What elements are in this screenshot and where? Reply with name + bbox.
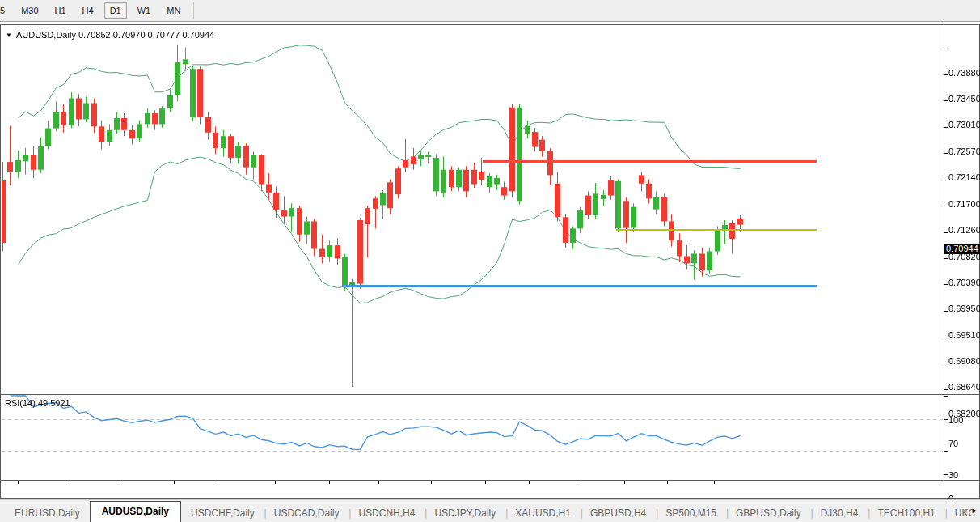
price-axis-label: 0.71260 [948, 225, 980, 235]
chart-title: ▼ AUDUSD,Daily 0.70852 0.70970 0.70777 0… [6, 30, 214, 40]
rsi-axis-label: 100 [948, 415, 963, 425]
tab-gbpusd-daily[interactable]: GBPUSD,Daily [726, 504, 811, 522]
price-axis-label: 0.73880 [948, 68, 980, 78]
tab-scroll-left-icon[interactable]: ◂ [962, 503, 967, 516]
tab-sp500-m15[interactable]: SP500,M15 [656, 504, 726, 522]
chart-window: ▼ AUDUSD,Daily 0.70852 0.70970 0.70777 0… [0, 24, 980, 499]
chart-dropdown-icon[interactable]: ▼ [6, 32, 12, 39]
tab-usdcad-daily[interactable]: USDCAD,Daily [264, 504, 349, 522]
rsi-axis-label: 70 [948, 439, 958, 448]
price-axis-label: 0.71700 [948, 199, 980, 209]
chart-canvas[interactable] [0, 24, 980, 499]
price-axis-label: 0.72140 [948, 172, 980, 182]
tab-usdcnh-h4[interactable]: USDCNH,H4 [348, 504, 425, 522]
chart-title-text: AUDUSD,Daily 0.70852 0.70970 0.70777 0.7… [16, 30, 214, 40]
tab-audusd-daily[interactable]: AUDUSD,Daily [90, 501, 181, 522]
tab-xauusd-h1[interactable]: XAUUSD,H1 [505, 504, 581, 522]
timeframe-button-D1[interactable]: D1 [104, 2, 127, 19]
price-axis-label: 0.68640 [948, 382, 980, 392]
rsi-indicator-label: RSI(14) 49.5921 [5, 398, 70, 408]
price-axis-label: 0.72570 [948, 146, 980, 156]
price-axis-label: 0.69510 [948, 330, 980, 340]
tab-gbpusd-h4[interactable]: GBPUSD,H4 [581, 504, 656, 522]
timeframe-button-W1[interactable]: W1 [132, 2, 157, 19]
tab-dj30-h4[interactable]: DJ30,H4 [811, 504, 868, 522]
tab-scroll-arrows: ◂ ▸ [962, 503, 977, 516]
tab-usdjpy-daily[interactable]: USDJPY,Daily [425, 504, 505, 522]
price-axis-label: 0.73010 [948, 120, 980, 129]
tab-scroll-right-icon[interactable]: ▸ [972, 503, 977, 516]
tab-tech100-h1[interactable]: TECH100,H1 [868, 504, 944, 522]
tab-eurusd-daily[interactable]: EURUSD,Daily [5, 504, 90, 522]
price-axis-label: 0.70390 [948, 278, 980, 287]
toolbar-separator [193, 2, 194, 19]
chart-tab-bar: EURUSD,DailyAUDUSD,DailyUSDCHF,DailyUSDC… [0, 499, 980, 522]
timeframe-button-H1[interactable]: H1 [49, 2, 72, 19]
current-price-badge: 0.70944 [944, 244, 980, 254]
price-axis-label: 0.73450 [948, 94, 980, 104]
rsi-axis-label: 30 [948, 470, 958, 480]
timeframe-button-M30[interactable]: M30 [15, 2, 44, 19]
timeframe-button-5[interactable]: 5 [0, 2, 11, 19]
timeframe-toolbar: 5M30H1H4D1W1MN [0, 0, 980, 22]
timeframe-button-MN[interactable]: MN [161, 2, 186, 19]
tab-usdchf-daily[interactable]: USDCHF,Daily [181, 504, 264, 522]
price-axis-label: 0.69080 [948, 356, 980, 366]
timeframe-button-H4[interactable]: H4 [77, 2, 99, 19]
terminal-window: 5M30H1H4D1W1MN ▼ AUDUSD,Daily 0.70852 0.… [0, 0, 980, 522]
price-axis-label: 0.69950 [948, 303, 980, 313]
